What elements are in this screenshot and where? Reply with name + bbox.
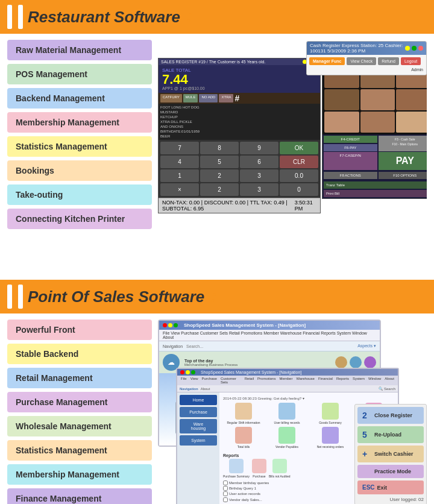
pos-titlebar: SALES REGISTER #19 / The Customer is 45 … — [159, 58, 320, 65]
ov-close[interactable] — [180, 370, 184, 374]
action-buttons: F4-CREDIT F3 - Cash Sale F10 - Main Opti… — [322, 134, 427, 180]
f8-actions-btn[interactable]: F8 ACTIONS — [324, 172, 377, 179]
f7-casepn-btn[interactable]: F7-CASEP/N — [324, 152, 377, 170]
icon-vendor-payables[interactable]: Vendor Payables — [266, 427, 307, 449]
pay-big-btn[interactable]: PAY — [379, 152, 427, 170]
btn-8[interactable]: 8 — [200, 142, 239, 154]
icon-purchase-summary[interactable]: Purchase Summary — [223, 459, 250, 478]
btn-2[interactable]: 2 — [200, 169, 239, 182]
cb-member-birthday[interactable] — [223, 480, 228, 485]
feature-stable-backend[interactable]: Stable Backend — [7, 344, 152, 364]
pos-header: Point Of Sales Software： — [0, 280, 434, 313]
btn-3[interactable]: 3 — [240, 169, 278, 182]
f6-pay-btn[interactable]: F6-PAY — [324, 144, 377, 151]
btn-x[interactable]: × — [160, 183, 199, 196]
mw-max[interactable] — [174, 323, 178, 327]
trans-table-btn[interactable]: Tranz Table — [324, 181, 427, 189]
btn-1[interactable]: 1 — [160, 169, 199, 182]
btn-9[interactable]: 9 — [240, 142, 278, 154]
feature-wholesale[interactable]: Wholesale Management — [7, 416, 152, 436]
nav-purchase[interactable]: Purchase — [180, 407, 217, 417]
icon-goods-summary[interactable]: Goods Summary — [310, 403, 351, 424]
food-cat-1[interactable]: CATFURY — [160, 94, 182, 102]
maximize-btn[interactable] — [412, 46, 417, 51]
f4-credit-btn[interactable]: F4-CREDIT — [324, 136, 377, 143]
ov-max[interactable] — [191, 370, 195, 374]
minimize-btn[interactable] — [405, 46, 410, 51]
food-cat-3[interactable]: NO ADD — [199, 94, 218, 102]
feature-pos[interactable]: POS Management — [7, 64, 152, 84]
btn-2b[interactable]: 2 — [200, 183, 239, 196]
btn-5[interactable]: 5 — [200, 156, 239, 168]
food-cat-2[interactable]: MULE — [183, 94, 198, 102]
btn-7[interactable]: 7 — [160, 142, 199, 154]
sale-total-box: SALE TOTAL 7.44 APP1 @ 1 pc@$10.00 — [159, 65, 320, 93]
manager-func-btn[interactable]: Manager Func — [309, 57, 345, 65]
overlay-win-btns — [180, 370, 195, 374]
btn-6[interactable]: 6 — [240, 156, 278, 168]
switch-cashier-btn[interactable]: + Switch Cashier — [357, 446, 424, 462]
nav-warehousing[interactable]: Warehousing — [180, 419, 217, 433]
feature-powerful-front[interactable]: Powerful Front — [7, 320, 152, 340]
btn-ok[interactable]: OK — [280, 142, 318, 154]
btn-00[interactable]: 0.0 — [280, 169, 318, 182]
feature-backend[interactable]: Backend Management — [7, 88, 152, 109]
btn-3b[interactable]: 3 — [240, 183, 278, 196]
btn-0[interactable]: 0 — [280, 183, 318, 196]
feature-raw-material[interactable]: Raw Material Management — [7, 40, 152, 60]
mw-min[interactable] — [168, 323, 172, 327]
purchase-summary-icon — [229, 459, 244, 473]
f10-options-btn[interactable]: F10 OPTIONS — [379, 172, 427, 179]
food-photo-8[interactable] — [360, 112, 395, 133]
feature-bookings[interactable]: Bookings — [7, 160, 152, 181]
aspects-link[interactable]: Aspects ▾ — [357, 344, 376, 348]
feature-purchase[interactable]: Purchase Management — [7, 392, 152, 412]
cb-birthday-query[interactable] — [223, 486, 228, 491]
feature-take-outing[interactable]: Take-outing — [7, 184, 152, 205]
feature-kitchen-printer[interactable]: Connecting Kitchen Printer — [7, 209, 152, 229]
logout-btn[interactable]: Logout — [401, 57, 421, 65]
ov-min[interactable] — [186, 370, 190, 374]
print-bill-btn[interactable]: Print Bill — [324, 190, 427, 197]
food-photo-9[interactable] — [396, 112, 427, 133]
admin-titlebar: Cash Register Express Station: 25 Cashie… — [307, 42, 426, 55]
nav-home[interactable]: Home — [180, 395, 217, 405]
search-input-mock[interactable]: Search... — [186, 344, 203, 348]
feature-statistics2[interactable]: Statistics Management — [7, 440, 152, 461]
practice-mode-btn[interactable]: Practice Mode — [357, 465, 424, 478]
mw-close[interactable] — [163, 323, 167, 327]
esc-exit-btn[interactable]: ESC Exit — [357, 480, 424, 494]
food-photo-4[interactable] — [324, 89, 359, 110]
close-btn[interactable] — [418, 46, 423, 51]
nav-system[interactable]: System — [180, 435, 217, 446]
feature-membership2[interactable]: Membership Management — [7, 464, 152, 485]
icon-regular-shift[interactable]: Regular Shift information — [223, 403, 264, 424]
about-tab[interactable]: About — [201, 387, 210, 391]
icon-purchase[interactable]: Purchase — [252, 459, 266, 478]
food-photo-5[interactable] — [360, 89, 395, 110]
food-photo-7[interactable] — [324, 112, 359, 133]
btn-clr[interactable]: CLR — [280, 156, 318, 168]
feature-retail[interactable]: Retail Management — [7, 368, 152, 388]
search-box[interactable]: 🔍 Search — [379, 386, 395, 391]
view-check-btn[interactable]: View Check — [347, 57, 376, 65]
food-photo-6[interactable] — [396, 89, 427, 110]
icon-net-receiving[interactable]: Net receiving orders — [310, 427, 351, 449]
item-2: MUSTARD — [160, 110, 318, 115]
navigation-tab[interactable]: Navigation — [180, 387, 198, 391]
merchandising-label: Merchandising Business Process — [184, 363, 237, 367]
close-register-btn[interactable]: 2 Close Register — [357, 407, 424, 424]
cb-vendor-daily[interactable] — [223, 497, 228, 502]
icon-bills-not-audited[interactable]: Bills not Audited — [269, 459, 291, 478]
pos-right-panel: 2 Close Register 5 Re-Upload + Switch Ca… — [354, 404, 427, 504]
feature-membership[interactable]: Membership Management — [7, 112, 152, 133]
refund-btn[interactable]: Refund — [378, 57, 399, 65]
feature-statistics[interactable]: Statistics Management — [7, 136, 152, 157]
re-upload-btn[interactable]: 5 Re-Upload — [357, 426, 424, 443]
icon-total-bills[interactable]: Total bills — [223, 427, 264, 449]
feature-finance[interactable]: Finance Management — [7, 488, 152, 504]
icon-user-billing[interactable]: User billing records — [266, 403, 307, 424]
food-cat-4[interactable]: XTRA — [219, 94, 233, 102]
cb-user-action[interactable] — [223, 491, 228, 496]
btn-4[interactable]: 4 — [160, 156, 199, 168]
